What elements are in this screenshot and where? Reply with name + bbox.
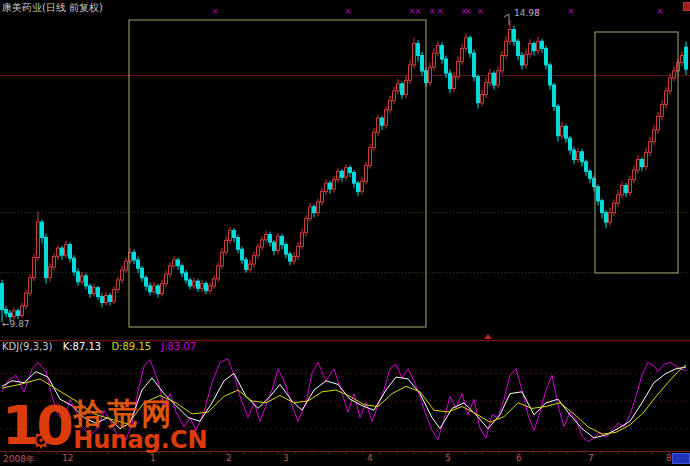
candle-body: [521, 56, 524, 66]
candle-body: [29, 278, 32, 293]
candle-body: [645, 152, 648, 166]
candle-body: [105, 295, 108, 302]
candle-body: [337, 171, 340, 179]
candle-body: [237, 238, 240, 250]
high-pointer-icon: [504, 14, 509, 25]
annotation-box[interactable]: [129, 20, 426, 327]
candle-body: [213, 279, 216, 286]
candle-body: [197, 281, 200, 288]
indicator-label-row: KDJ(9,3,3) K:87.13 D:89.15 J:83.07: [2, 341, 203, 352]
candle-body: [245, 260, 248, 270]
candle-body: [481, 95, 484, 103]
candle-body: [25, 293, 28, 306]
candle-body: [77, 272, 80, 282]
candle-body: [241, 249, 244, 260]
candle-body: [157, 286, 160, 294]
axis-position-highlight[interactable]: [672, 453, 690, 464]
candle-body: [301, 233, 304, 247]
candle-body: [569, 138, 572, 150]
candle-body: [17, 311, 20, 316]
candle-body: [161, 284, 164, 294]
candle-body: [401, 84, 404, 95]
candle-body: [225, 240, 228, 252]
candle-body: [657, 116, 660, 130]
x-axis-label: 5: [445, 453, 451, 463]
candle-body: [437, 45, 440, 53]
candle-body: [585, 162, 588, 172]
candle-body: [489, 73, 492, 83]
candle-body: [181, 266, 184, 273]
x-axis-label: 8: [666, 453, 672, 463]
candle-body: [97, 288, 100, 297]
candle-body: [293, 256, 296, 261]
candle-body: [153, 286, 156, 292]
candle-body: [461, 48, 464, 61]
candlestick-series: [1, 20, 688, 322]
candle-body: [669, 78, 672, 91]
candle-body: [373, 132, 376, 147]
signal-marker-icon: ×: [212, 7, 219, 16]
x-axis[interactable]: 2008年1212345678: [0, 452, 690, 466]
candle-body: [297, 246, 300, 256]
candle-body: [457, 61, 460, 76]
candle-body: [69, 245, 72, 259]
candle-body: [561, 126, 564, 135]
candle-body: [229, 230, 232, 240]
candle-body: [137, 260, 140, 268]
candle-body: [377, 118, 380, 132]
candle-body: [433, 53, 436, 67]
candle-body: [465, 38, 468, 49]
candle-body: [621, 186, 624, 196]
kdj-k-line: [2, 367, 686, 438]
candle-body: [517, 41, 520, 55]
candle-body: [65, 245, 68, 256]
candle-body: [173, 260, 176, 266]
signal-marker-icon: ×: [345, 7, 352, 16]
candle-body: [309, 207, 312, 219]
candle-body: [253, 255, 256, 264]
candle-body: [353, 173, 356, 184]
signal-marker-icon: ×: [477, 7, 484, 16]
x-axis-label: 12: [62, 453, 73, 463]
candle-body: [381, 118, 384, 125]
main-chart-canvas: ××××××××××××: [0, 0, 690, 466]
candle-body: [369, 148, 372, 166]
candle-body: [33, 258, 36, 278]
candle-body: [589, 171, 592, 178]
kdj-k-value: K:87.13: [63, 341, 102, 352]
candle-body: [81, 276, 84, 282]
x-axis-label: 1: [150, 453, 156, 463]
annotation-box[interactable]: [595, 32, 678, 273]
top-right-marker-icon: [683, 2, 690, 11]
candle-body: [529, 44, 532, 55]
candle-body: [273, 242, 276, 250]
candle-body: [45, 238, 48, 278]
signal-marker-icon: ×: [429, 7, 436, 16]
candle-body: [165, 274, 168, 284]
candle-body: [613, 203, 616, 213]
candle-body: [357, 183, 360, 191]
candle-body: [469, 38, 472, 53]
candle-body: [617, 195, 620, 203]
candle-body: [233, 230, 236, 237]
candle-body: [573, 150, 576, 160]
candle-body: [149, 286, 152, 292]
candle-body: [249, 264, 252, 269]
candle-body: [141, 268, 144, 278]
x-axis-label: 3: [283, 453, 289, 463]
candle-body: [449, 73, 452, 88]
candle-body: [85, 276, 88, 286]
candle-body: [193, 281, 196, 286]
candle-body: [1, 284, 4, 310]
candle-body: [5, 310, 8, 314]
candle-body: [537, 41, 540, 51]
candle-body: [581, 152, 584, 162]
candle-body: [541, 41, 544, 48]
candle-body: [125, 261, 128, 270]
high-price-label: 14.98: [514, 8, 540, 18]
candle-body: [289, 254, 292, 261]
candle-body: [257, 247, 260, 255]
candle-body: [605, 213, 608, 223]
candle-body: [41, 222, 44, 237]
candle-body: [93, 288, 96, 294]
